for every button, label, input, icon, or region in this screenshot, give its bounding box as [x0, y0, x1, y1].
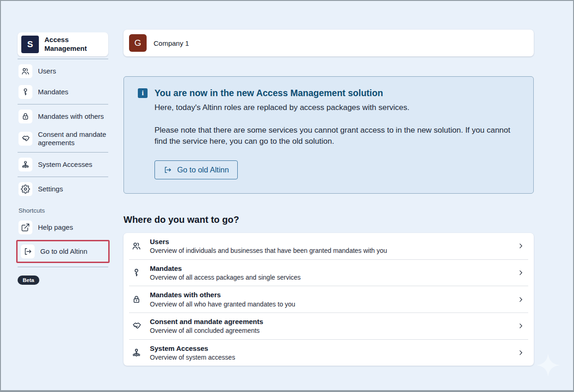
list-item-title: Consent and mandate agreements — [150, 317, 509, 326]
key-icon — [131, 268, 142, 278]
sidebar-item-label: System Accesses — [38, 160, 93, 169]
sidebar-item-mandates[interactable]: Mandates — [18, 83, 108, 101]
sidebar-item-go-to-old-altinn[interactable]: Go to old Altinn — [20, 243, 106, 260]
banner-paragraph: Here, today's Altinn roles are replaced … — [154, 102, 519, 114]
list-item-mandates-with-others[interactable]: Mandates with others Overview of all who… — [123, 286, 534, 312]
app-logo: S — [21, 36, 39, 53]
highlight-annotation-box: Go to old Altinn — [16, 240, 110, 263]
sidebar-item-help-pages[interactable]: Help pages — [18, 219, 108, 236]
button-label: Go to old Altinn — [177, 165, 229, 174]
list-item-description: Overview of all concluded agreements — [150, 326, 509, 335]
go-to-old-altinn-button[interactable]: Go to old Altinn — [154, 160, 238, 179]
sidebar-item-label: Mandates — [38, 88, 68, 96]
chevron-right-icon — [517, 349, 526, 356]
sidebar: S Access Management Users Mandates Manda… — [18, 32, 108, 285]
sidebar-item-settings[interactable]: Settings — [18, 180, 108, 198]
navigation-list: Users Overview of individuals and busine… — [123, 233, 534, 366]
lock-icon — [131, 294, 142, 305]
banner-title: You are now in the new Access Management… — [154, 88, 383, 98]
list-item-description: Overview of all access packages and sing… — [150, 273, 509, 282]
network-icon — [19, 158, 32, 172]
chevron-right-icon — [517, 242, 526, 250]
list-item-mandates[interactable]: Mandates Overview of all access packages… — [123, 260, 534, 286]
company-name: Company 1 — [154, 39, 189, 47]
list-item-title: Mandates with others — [150, 290, 509, 300]
divider — [18, 177, 108, 177]
sidebar-item-label: Mandates with others — [38, 112, 104, 121]
company-selector[interactable]: G Company 1 — [123, 30, 534, 56]
info-banner: i You are now in the new Access Manageme… — [123, 76, 534, 194]
main-content: G Company 1 i You are now in the new Acc… — [123, 30, 534, 366]
app-title: Access Management — [44, 36, 105, 53]
handshake-icon — [19, 132, 32, 146]
sidebar-item-users[interactable]: Users — [18, 62, 108, 80]
divider — [18, 59, 108, 59]
section-title: Where do you want to go? — [123, 214, 534, 225]
list-item-description: Overview of all who have granted mandate… — [150, 300, 509, 308]
list-item-description: Overview of system accesses — [150, 353, 509, 361]
lock-icon — [19, 110, 32, 123]
list-item-users[interactable]: Users Overview of individuals and busine… — [123, 233, 534, 259]
sidebar-item-label: Help pages — [38, 223, 73, 232]
divider — [18, 152, 108, 153]
shortcuts-section-label: Shortcuts — [19, 207, 108, 214]
external-link-icon — [19, 220, 32, 234]
app-window: { "app": { "logo_letter": "S", "title": … — [0, 0, 574, 392]
logout-icon — [163, 165, 172, 174]
chevron-right-icon — [517, 322, 526, 330]
sidebar-item-consent-agreements[interactable]: Consent and mandate agreements — [18, 129, 108, 149]
sparkle-decoration — [536, 353, 560, 377]
list-item-title: Users — [150, 237, 509, 246]
sidebar-item-label: Settings — [38, 185, 63, 193]
sidebar-item-system-accesses[interactable]: System Accesses — [18, 156, 108, 173]
gear-icon — [19, 182, 32, 196]
sidebar-app-header[interactable]: S Access Management — [18, 32, 108, 56]
users-icon — [19, 64, 32, 78]
handshake-icon — [131, 321, 142, 331]
chevron-right-icon — [517, 269, 526, 276]
sidebar-item-mandates-with-others[interactable]: Mandates with others — [18, 108, 108, 125]
divider — [18, 267, 108, 267]
banner-paragraph: Please note that there are some services… — [154, 125, 519, 147]
list-item-consent-agreements[interactable]: Consent and mandate agreements Overview … — [123, 313, 534, 339]
sidebar-item-label: Users — [38, 67, 56, 75]
key-icon — [19, 85, 32, 99]
company-avatar: G — [129, 34, 147, 52]
logout-icon — [21, 245, 35, 258]
list-item-title: Mandates — [150, 264, 509, 273]
info-icon: i — [138, 88, 148, 98]
sidebar-nav: Users Mandates Mandates with others Cons… — [18, 62, 108, 198]
network-icon — [131, 348, 142, 358]
users-icon — [131, 241, 142, 251]
sidebar-item-label: Go to old Altinn — [40, 247, 87, 256]
list-item-title: System Accesses — [150, 344, 509, 353]
divider — [18, 104, 108, 104]
list-item-description: Overview of individuals and businesses t… — [150, 246, 509, 255]
beta-badge: Beta — [18, 276, 39, 285]
list-item-system-accesses[interactable]: System Accesses Overview of system acces… — [123, 340, 534, 366]
chevron-right-icon — [517, 296, 526, 303]
sidebar-item-label: Consent and mandate agreements — [38, 130, 107, 147]
